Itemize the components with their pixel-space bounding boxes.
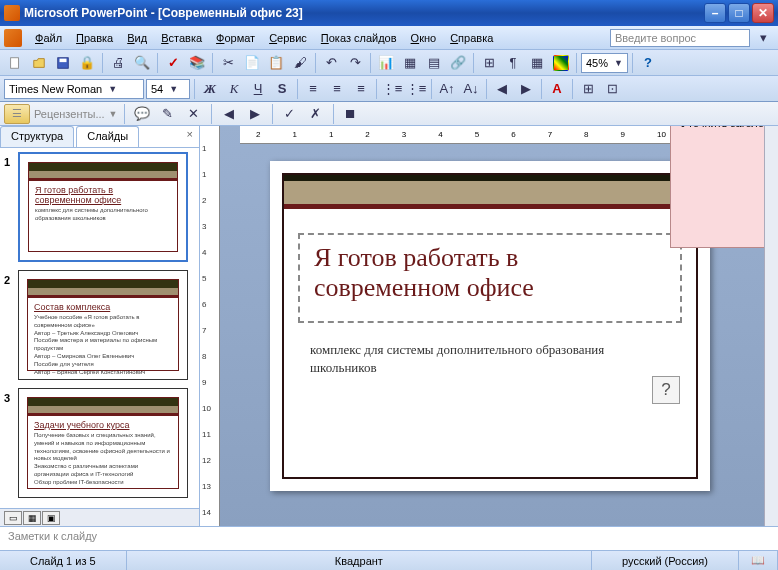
font-color-button[interactable]: A	[546, 78, 568, 100]
thumb-number: 2	[4, 270, 18, 380]
insert-table-button[interactable]: ▦	[399, 52, 421, 74]
next-item-button[interactable]: ▶	[244, 103, 266, 125]
slideshow-view-button[interactable]: ▣	[42, 511, 60, 525]
reviewers-label[interactable]: Рецензенты...	[34, 108, 105, 120]
show-grid-button[interactable]: ▦	[526, 52, 548, 74]
window-title: Microsoft PowerPoint - [Современный офис…	[24, 6, 704, 20]
help-button[interactable]: ?	[637, 52, 659, 74]
format-painter-button[interactable]: 🖌	[289, 52, 311, 74]
research-button[interactable]: 📚	[186, 52, 208, 74]
sorter-view-button[interactable]: ▦	[23, 511, 41, 525]
status-slide-number: Слайд 1 из 5	[0, 551, 127, 570]
comment-popup[interactable]: Иванов 15.11.2005 Уточнить заголовок сла…	[670, 126, 764, 248]
vertical-scrollbar[interactable]	[764, 126, 778, 526]
status-spell-icon[interactable]: 📖	[739, 551, 778, 570]
svg-rect-2	[60, 58, 67, 62]
new-button[interactable]	[4, 52, 26, 74]
design-button[interactable]: ⊞	[577, 78, 599, 100]
tab-slides[interactable]: Слайды	[76, 126, 139, 147]
thumb-number: 3	[4, 388, 18, 498]
permission-button[interactable]: 🔒	[76, 52, 98, 74]
print-button[interactable]: 🖨	[107, 52, 129, 74]
new-comment-button[interactable]: 💬	[131, 103, 153, 125]
maximize-button[interactable]: □	[728, 3, 750, 23]
underline-button[interactable]: Ч	[247, 78, 269, 100]
prev-item-button[interactable]: ◀	[218, 103, 240, 125]
insert-chart-button[interactable]: 📊	[375, 52, 397, 74]
delete-comment-button[interactable]: ✕	[183, 103, 205, 125]
edit-comment-button[interactable]: ✎	[157, 103, 179, 125]
menu-окно[interactable]: Окно	[404, 29, 444, 47]
paste-button[interactable]: 📋	[265, 52, 287, 74]
show-formatting-button[interactable]: ¶	[502, 52, 524, 74]
open-button[interactable]	[28, 52, 50, 74]
tab-structure[interactable]: Структура	[0, 126, 74, 147]
cut-button[interactable]: ✂	[217, 52, 239, 74]
menu-правка[interactable]: Правка	[69, 29, 120, 47]
slide-thumbnail[interactable]: Состав комплексаУчебное пособие «Я готов…	[18, 270, 188, 380]
new-slide-button[interactable]: ⊡	[601, 78, 623, 100]
slide-subtitle-placeholder[interactable]: комплекс для системы дополнительного обр…	[310, 341, 660, 377]
formatting-toolbar: Times New Roman▼ 54▼ Ж К Ч S ≡ ≡ ≡ ⋮≡ ⋮≡…	[0, 76, 778, 102]
italic-button[interactable]: К	[223, 78, 245, 100]
slide-thumbnail[interactable]: Я готов работать в современном офисекомп…	[18, 152, 188, 262]
menu-показ слайдов[interactable]: Показ слайдов	[314, 29, 404, 47]
align-left-button[interactable]: ≡	[302, 78, 324, 100]
print-preview-button[interactable]: 🔍	[131, 52, 153, 74]
zoom-combo[interactable]: 45%▼	[581, 53, 628, 73]
ask-dropdown-icon[interactable]: ▾	[752, 27, 774, 49]
minimize-button[interactable]: –	[704, 3, 726, 23]
font-name-combo[interactable]: Times New Roman▼	[4, 79, 144, 99]
normal-view-button[interactable]: ▭	[4, 511, 22, 525]
increase-font-button[interactable]: A↑	[436, 78, 458, 100]
thumb-number: 1	[4, 152, 18, 262]
slide-thumbnail[interactable]: Задачи учебного курсаПолучение базовых и…	[18, 388, 188, 498]
align-right-button[interactable]: ≡	[350, 78, 372, 100]
vertical-ruler: 11234567891011121314	[200, 126, 220, 526]
align-center-button[interactable]: ≡	[326, 78, 348, 100]
app-icon	[4, 5, 20, 21]
save-button[interactable]	[52, 52, 74, 74]
menu-вставка[interactable]: Вставка	[154, 29, 209, 47]
close-button[interactable]: ✕	[752, 3, 774, 23]
insert-hyperlink-button[interactable]: 🔗	[447, 52, 469, 74]
show-markup-button[interactable]: ☰	[4, 104, 30, 124]
menu-файл[interactable]: Файл	[28, 29, 69, 47]
spelling-button[interactable]: ✓	[162, 52, 184, 74]
copy-button[interactable]: 📄	[241, 52, 263, 74]
help-marker-icon[interactable]: ?	[652, 376, 680, 404]
end-review-button[interactable]: ⏹	[340, 103, 362, 125]
reviewing-toolbar: ☰ Рецензенты... ▼ 💬 ✎ ✕ ◀ ▶ ✓ ✗ ⏹	[0, 102, 778, 126]
status-layout: Квадрант	[127, 551, 592, 570]
undo-button[interactable]: ↶	[320, 52, 342, 74]
tables-borders-button[interactable]: ▤	[423, 52, 445, 74]
app-menu-icon[interactable]	[4, 29, 22, 47]
comment-text[interactable]: Уточнить заголовок слайда	[681, 126, 764, 129]
bold-button[interactable]: Ж	[199, 78, 221, 100]
numbering-button[interactable]: ⋮≡	[381, 78, 403, 100]
redo-button[interactable]: ↷	[344, 52, 366, 74]
standard-toolbar: 🔒 🖨 🔍 ✓ 📚 ✂ 📄 📋 🖌 ↶ ↷ 📊 ▦ ▤ 🔗 ⊞ ¶ ▦ 45%▼…	[0, 50, 778, 76]
close-pane-button[interactable]: ×	[181, 126, 199, 147]
slide-title-placeholder[interactable]: Я готов работать в современном офисе	[298, 233, 682, 323]
apply-button[interactable]: ✓	[279, 103, 301, 125]
decrease-font-button[interactable]: A↓	[460, 78, 482, 100]
font-size-combo[interactable]: 54▼	[146, 79, 190, 99]
notes-pane[interactable]: Заметки к слайду	[0, 526, 778, 550]
increase-indent-button[interactable]: ▶	[515, 78, 537, 100]
decrease-indent-button[interactable]: ◀	[491, 78, 513, 100]
color-button[interactable]	[553, 55, 569, 71]
menu-вид[interactable]: Вид	[120, 29, 154, 47]
svg-rect-0	[11, 57, 19, 68]
menu-сервис[interactable]: Сервис	[262, 29, 314, 47]
ask-question-input[interactable]: Введите вопрос	[610, 29, 750, 47]
menu-справка[interactable]: Справка	[443, 29, 500, 47]
status-bar: Слайд 1 из 5 Квадрант русский (Россия) 📖	[0, 550, 778, 570]
shadow-button[interactable]: S	[271, 78, 293, 100]
slide-canvas[interactable]: Я готов работать в современном офисе ком…	[270, 161, 710, 491]
bullets-button[interactable]: ⋮≡	[405, 78, 427, 100]
menu-формат[interactable]: Формат	[209, 29, 262, 47]
unapply-button[interactable]: ✗	[305, 103, 327, 125]
expand-all-button[interactable]: ⊞	[478, 52, 500, 74]
status-language[interactable]: русский (Россия)	[592, 551, 739, 570]
